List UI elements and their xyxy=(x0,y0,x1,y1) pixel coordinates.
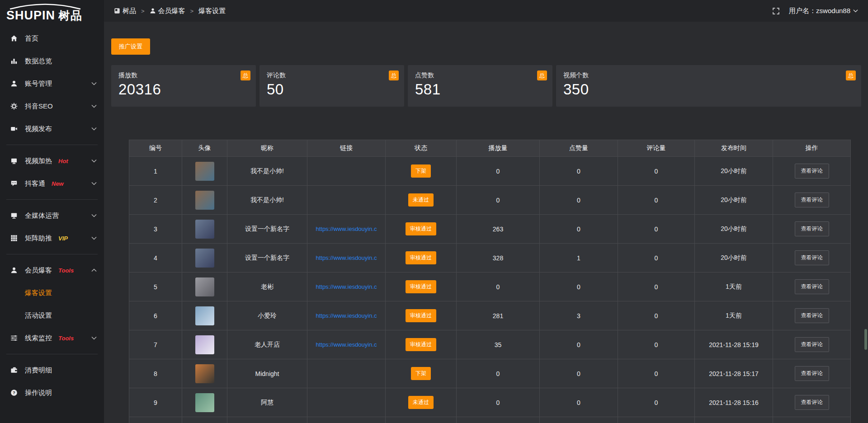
grid-icon xyxy=(9,235,19,242)
cell-comments: 0 xyxy=(618,359,695,388)
sidebar-item-badge: Tools xyxy=(58,267,74,274)
cell-action: 查看评论 xyxy=(773,330,851,359)
sidebar-item-douyin-seo[interactable]: 抖音SEO xyxy=(0,95,104,118)
breadcrumb-label: 会员爆客 xyxy=(158,7,185,15)
breadcrumb-item[interactable]: 爆客设置 xyxy=(198,7,226,15)
status-badge[interactable]: 审核通过 xyxy=(406,280,436,293)
status-badge[interactable]: 未通过 xyxy=(408,396,434,409)
cell-status: 审核通过 xyxy=(386,244,457,273)
video-link[interactable]: https://www.iesdouyin.c xyxy=(316,312,377,319)
breadcrumb-separator: > xyxy=(190,8,194,14)
breadcrumb-item[interactable]: 树品 xyxy=(114,7,136,15)
cell-comments: 0 xyxy=(618,215,695,244)
table-row: 6小爱玲https://www.iesdouyin.c审核通过281301天前查… xyxy=(129,301,851,330)
view-comments-button[interactable]: 查看评论 xyxy=(795,366,829,381)
video-link[interactable]: https://www.iesdouyin.c xyxy=(316,254,377,261)
column-header: 操作 xyxy=(773,140,851,157)
view-comments-button[interactable]: 查看评论 xyxy=(795,395,829,410)
cell-avatar xyxy=(182,244,227,273)
avatar xyxy=(195,249,214,268)
cell-likes: 3 xyxy=(540,301,618,330)
sidebar-item-label: 账号管理 xyxy=(25,80,52,88)
sidebar-item-operation-guide[interactable]: ?操作说明 xyxy=(0,381,104,404)
total-badge: 总 xyxy=(389,70,399,80)
sidebar-item-home[interactable]: 首页 xyxy=(0,27,104,50)
sidebar-item-data-overview[interactable]: 数据总览 xyxy=(0,50,104,72)
table-row: 9阿慧未通过0002021-11-28 15:16查看评论 xyxy=(129,388,851,417)
cell-avatar xyxy=(182,359,227,388)
sidebar-item-account-management[interactable]: 账号管理 xyxy=(0,72,104,95)
table-row: 5老彬https://www.iesdouyin.c审核通过0001天前查看评论 xyxy=(129,273,851,301)
sidebar-item-douketong[interactable]: 抖客通New xyxy=(0,172,104,195)
status-badge[interactable]: 审核通过 xyxy=(406,309,436,322)
status-badge[interactable]: 下架 xyxy=(411,164,431,178)
sidebar-item-consumption-details[interactable]: 消费明细 xyxy=(0,359,104,381)
sidebar-item-clue-monitor[interactable]: 线索监控Tools xyxy=(0,327,104,349)
view-comments-button[interactable]: 查看评论 xyxy=(795,250,829,265)
cell-nickname: 设置一个新名字 xyxy=(227,215,307,244)
avatar xyxy=(195,306,214,325)
chevron-up-icon xyxy=(91,268,97,272)
chevron-down-icon xyxy=(853,9,858,13)
sidebar-item-video-publish[interactable]: 视频发布 xyxy=(0,118,104,140)
cell-link xyxy=(307,359,386,388)
sidebar-item-matrix-boost[interactable]: 矩阵助推VIP xyxy=(0,227,104,249)
view-comments-button[interactable]: 查看评论 xyxy=(795,279,829,294)
status-badge[interactable]: 未通过 xyxy=(408,193,434,207)
wallet-icon xyxy=(9,367,19,374)
table-row: 7老人开店https://www.iesdouyin.c审核通过35002021… xyxy=(129,330,851,359)
cell-link: https://www.iesdouyin.c xyxy=(307,215,386,244)
cell-status: 审核通过 xyxy=(386,330,457,359)
cell-publish-time: 20小时前 xyxy=(695,215,773,244)
cell-comments: 0 xyxy=(618,186,695,215)
view-comments-button[interactable]: 查看评论 xyxy=(795,221,829,236)
stat-value: 50 xyxy=(267,81,397,98)
chat-icon xyxy=(9,180,19,187)
cell-action: 查看评论 xyxy=(773,273,851,301)
cell-nickname: 老人开店 xyxy=(227,330,307,359)
cell-status: 审核通过 xyxy=(386,301,457,330)
cell-nickname: 阿慧 xyxy=(227,388,307,417)
cell-empty xyxy=(307,417,386,423)
chevron-down-icon xyxy=(91,127,97,131)
column-header: 发布时间 xyxy=(695,140,773,157)
sidebar-subitem-activity-settings[interactable]: 活动设置 xyxy=(0,304,104,327)
view-comments-button[interactable]: 查看评论 xyxy=(795,308,829,323)
table-row: 3设置一个新名字https://www.iesdouyin.c审核通过26300… xyxy=(129,215,851,244)
column-header: 编号 xyxy=(129,140,182,157)
column-header: 播放量 xyxy=(457,140,540,157)
promo-settings-button[interactable]: 推广设置 xyxy=(111,38,150,55)
status-badge[interactable]: 审核通过 xyxy=(406,338,436,351)
breadcrumb-item[interactable]: 会员爆客 xyxy=(150,7,185,15)
svg-text:?: ? xyxy=(13,390,15,395)
video-link[interactable]: https://www.iesdouyin.c xyxy=(316,226,377,232)
cell-publish-time: 20小时前 xyxy=(695,186,773,215)
table-header-row: 编号头像昵称链接状态播放量点赞量评论量发布时间操作 xyxy=(129,140,851,157)
chevron-down-icon xyxy=(91,159,97,163)
sidebar-item-badge: Tools xyxy=(58,335,74,342)
video-link[interactable]: https://www.iesdouyin.c xyxy=(316,283,377,290)
fullscreen-icon[interactable] xyxy=(772,7,780,15)
scrollbar-thumb[interactable] xyxy=(864,329,867,350)
video-icon xyxy=(9,125,19,132)
view-comments-button[interactable]: 查看评论 xyxy=(795,337,829,352)
total-badge: 总 xyxy=(846,70,856,80)
view-comments-button[interactable]: 查看评论 xyxy=(795,164,829,179)
sidebar-item-video-heating[interactable]: 视频加热Hot xyxy=(0,150,104,172)
sidebar-item-member-baoke[interactable]: 会员爆客Tools xyxy=(0,259,104,282)
view-comments-button[interactable]: 查看评论 xyxy=(795,193,829,207)
status-badge[interactable]: 审核通过 xyxy=(406,251,436,264)
video-link[interactable]: https://www.iesdouyin.c xyxy=(316,341,377,348)
column-header: 点赞量 xyxy=(540,140,618,157)
status-badge[interactable]: 下架 xyxy=(411,367,431,380)
status-badge[interactable]: 审核通过 xyxy=(406,222,436,235)
sidebar-subitem-baoke-settings[interactable]: 爆客设置 xyxy=(0,282,104,304)
sidebar-item-label: 抖音SEO xyxy=(25,102,53,111)
sidebar-item-media-operation[interactable]: 全媒体运营 xyxy=(0,204,104,227)
avatar xyxy=(195,162,214,181)
username-menu[interactable]: 用户名：zswodun88 xyxy=(789,7,858,15)
table-row-partial xyxy=(129,417,851,423)
table-row: 8Midnight下架0002021-11-28 15:17查看评论 xyxy=(129,359,851,388)
cell-empty xyxy=(129,417,182,423)
cell-index: 9 xyxy=(129,388,182,417)
